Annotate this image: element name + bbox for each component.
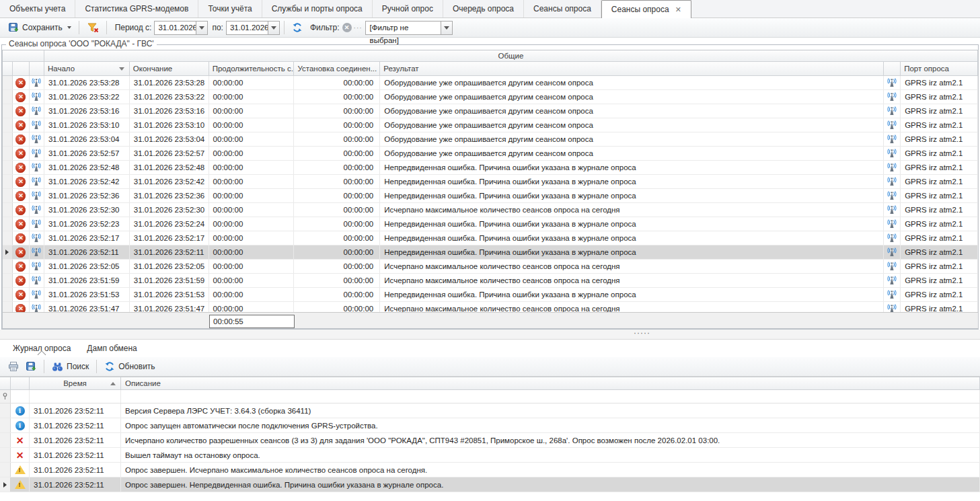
filter-picker[interactable]: [Фильтр не выбран] [365, 21, 453, 35]
session-row[interactable]: 31.01.2026 23:52:3631.01.2026 23:52:3600… [3, 189, 978, 203]
session-row[interactable]: 31.01.2026 23:51:5931.01.2026 23:51:5900… [3, 274, 978, 288]
session-row[interactable]: 31.01.2026 23:52:5731.01.2026 23:52:5700… [3, 147, 978, 161]
band-header-empty [3, 50, 44, 62]
info-icon [15, 421, 25, 430]
cell-start: 31.01.2026 23:53:22 [44, 90, 130, 104]
log-row[interactable]: 31.01.2026 23:52:11Версия Сервера ЛЭРС У… [0, 403, 980, 418]
session-row[interactable]: 31.01.2026 23:53:1631.01.2026 23:53:1600… [3, 104, 978, 118]
session-row[interactable]: 31.01.2026 23:52:4231.01.2026 23:52:4200… [3, 175, 978, 189]
close-icon[interactable]: ✕ [675, 6, 681, 13]
refresh-button[interactable] [289, 21, 306, 34]
splitter-grip-icon[interactable]: ····· [634, 328, 650, 338]
row-indicator [3, 132, 13, 146]
tab-2[interactable]: Точки учёта [198, 0, 262, 17]
tab-5[interactable]: Очередь опроса [443, 0, 524, 17]
cell-port: GPRS irz atm2.1 [901, 175, 978, 188]
period-from-picker[interactable]: 31.01.2026 [154, 21, 208, 35]
cell-connect: 00:00:00 [294, 90, 380, 104]
cell-end: 31.01.2026 23:53:22 [130, 90, 209, 104]
column-header-description[interactable]: Описание [121, 377, 980, 390]
period-to-label: по: [212, 23, 223, 32]
session-error-icon [13, 260, 30, 273]
period-from-dropdown-button[interactable] [196, 21, 208, 35]
filter-cell-time[interactable] [30, 390, 121, 403]
port-antenna-icon-cell [884, 260, 901, 273]
session-row[interactable]: 31.01.2026 23:51:4731.01.2026 23:51:4700… [3, 302, 978, 312]
session-row[interactable]: 31.01.2026 23:51:5331.01.2026 23:51:5300… [3, 288, 978, 302]
column-header-time[interactable]: Время [30, 377, 121, 390]
tab-4[interactable]: Ручной опрос [373, 0, 443, 17]
panel-splitter[interactable]: ····· [0, 330, 980, 340]
cell-port: GPRS irz atm2.1 [901, 132, 978, 146]
log-row[interactable]: 31.01.2026 23:52:11Опрос завершен. Исчер… [0, 463, 980, 477]
filter-cell[interactable] [11, 390, 30, 403]
column-header-port[interactable]: Порт опроса [901, 62, 978, 76]
log-filter-row[interactable] [0, 390, 980, 403]
session-row[interactable]: 31.01.2026 23:53:1031.01.2026 23:53:1000… [3, 118, 978, 132]
footer-duration-editor[interactable]: 00:00:55 [209, 315, 295, 328]
tab-6[interactable]: Сеансы опроса [524, 0, 601, 17]
period-from-value[interactable]: 31.01.2026 [154, 21, 196, 35]
cell-port: GPRS irz atm2.1 [901, 118, 978, 132]
log-row[interactable]: 31.01.2026 23:52:11Исчерпано количество … [0, 433, 980, 448]
period-to-dropdown-button[interactable] [268, 21, 280, 35]
log-tab-0[interactable]: Журнал опроса [6, 340, 77, 356]
session-row[interactable]: 31.01.2026 23:53:2831.01.2026 23:53:2800… [3, 76, 978, 90]
session-row[interactable]: 31.01.2026 23:53:0431.01.2026 23:53:0400… [3, 132, 978, 147]
tab-0[interactable]: Объекты учета [0, 0, 75, 17]
save-label: Сохранить [22, 23, 63, 32]
antenna-icon [887, 191, 897, 200]
tab-1[interactable]: Статистика GPRS-модемов [75, 0, 198, 17]
clear-filter-button[interactable] [83, 21, 102, 34]
column-header-result[interactable]: Результат [380, 62, 884, 76]
session-row[interactable]: 31.01.2026 23:52:4831.01.2026 23:52:4800… [3, 161, 978, 175]
filter-value[interactable]: [Фильтр не выбран] [365, 21, 441, 35]
filter-clear-icon[interactable]: ✕ [342, 23, 352, 32]
cell-time: 31.01.2026 23:52:11 [30, 463, 121, 477]
cell-connect: 00:00:00 [294, 76, 380, 89]
log-tab-1[interactable]: Дамп обмена [80, 340, 143, 356]
column-header-end[interactable]: Окончание [130, 62, 209, 76]
period-to-value[interactable]: 31.01.2026 [226, 21, 268, 35]
cell-result: Оборудование уже опрашивается другим сеа… [380, 132, 884, 146]
session-row[interactable]: 31.01.2026 23:52:1131.01.2026 23:52:1100… [3, 245, 978, 260]
chevron-down-icon [444, 26, 449, 30]
session-error-icon [13, 118, 30, 132]
column-header-connect[interactable]: Установка соединен... [294, 62, 380, 76]
refresh-label: Обновить [118, 362, 155, 371]
cell-duration: 00:00:00 [209, 203, 295, 217]
row-indicator [0, 448, 11, 462]
filter-ellipsis-button[interactable]: ··· [354, 24, 363, 32]
export-button[interactable] [22, 360, 40, 373]
log-refresh-button[interactable]: Обновить [101, 360, 158, 373]
column-header-start[interactable]: Начало [44, 62, 130, 76]
antenna-icon [31, 78, 42, 87]
cell-description: Исчерпано количество разрешенных сеансов… [121, 433, 980, 447]
column-header-duration[interactable]: Продолжительность с... [209, 62, 295, 76]
session-row[interactable]: 31.01.2026 23:52:0531.01.2026 23:52:0500… [3, 260, 978, 274]
session-row[interactable]: 31.01.2026 23:52:2331.01.2026 23:52:2400… [3, 217, 978, 231]
cell-port: GPRS irz atm2.1 [901, 231, 978, 245]
session-row[interactable]: 31.01.2026 23:53:2231.01.2026 23:53:2200… [3, 90, 978, 104]
session-row[interactable]: 31.01.2026 23:52:1731.01.2026 23:52:1700… [3, 231, 978, 245]
session-row[interactable]: 31.01.2026 23:52:3031.01.2026 23:52:3000… [3, 203, 978, 217]
log-row[interactable]: 31.01.2026 23:52:11Опрос завершен. Непре… [0, 477, 980, 492]
search-button[interactable]: Поиск [48, 360, 92, 373]
cell-start: 31.01.2026 23:53:28 [44, 76, 130, 89]
antenna-icon-cell [30, 203, 44, 217]
log-row[interactable]: 31.01.2026 23:52:11Опрос запущен автомат… [0, 418, 980, 433]
band-header-row: Общие [3, 50, 978, 62]
tab-3[interactable]: Службы и порты опроса [262, 0, 373, 17]
print-button[interactable] [5, 360, 22, 373]
filter-cell-description[interactable] [121, 390, 980, 403]
cell-result: Непредвиденная ошибка. Причина ошибки ук… [380, 189, 884, 202]
antenna-icon-cell [30, 245, 44, 259]
filter-dropdown-button[interactable] [441, 21, 453, 35]
port-antenna-icon-cell [884, 217, 901, 231]
save-button[interactable]: Сохранить [5, 21, 75, 34]
log-row[interactable]: 31.01.2026 23:52:11Вышел таймаут на оста… [0, 448, 980, 463]
period-to-picker[interactable]: 31.01.2026 [226, 21, 280, 35]
cell-time: 31.01.2026 23:52:11 [30, 418, 121, 432]
tab-7[interactable]: Сеансы опроса✕ [601, 0, 691, 18]
cell-result: Исчерпано максимальное количество сеансо… [380, 302, 884, 312]
